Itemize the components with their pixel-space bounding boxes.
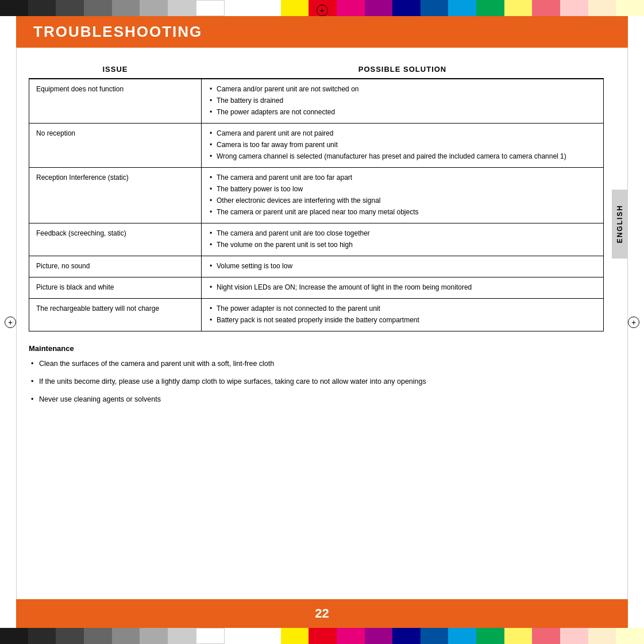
solution-item: Camera and parent unit are not paired xyxy=(209,128,596,138)
solution-cell: The camera and parent unit are too far a… xyxy=(202,168,604,223)
solution-item: Volume setting is too low xyxy=(209,261,596,271)
page-number: 22 xyxy=(315,606,329,621)
solution-item: Camera and/or parent unit are not switch… xyxy=(209,84,596,94)
solution-item: The battery power is too low xyxy=(209,184,596,194)
solution-item: Battery pack is not seated properly insi… xyxy=(209,315,596,325)
page-title: TROUBLESHOOTING xyxy=(33,23,202,41)
registration-mark-top xyxy=(317,5,328,16)
bottom-bar: 22 xyxy=(16,599,628,628)
maintenance-item: Never use cleaning agents or solvents xyxy=(29,394,604,405)
solution-item: The camera and parent unit are too far a… xyxy=(209,172,596,183)
registration-mark-left xyxy=(5,317,16,328)
issue-cell: Equipment does not function xyxy=(29,79,202,124)
issue-cell: The rechargeable battery will not charge xyxy=(29,299,202,331)
solution-cell: Night vision LEDs are ON; Increase the a… xyxy=(202,277,604,299)
registration-mark-right xyxy=(628,317,639,328)
bottom-color-bar xyxy=(0,628,644,644)
maintenance-item: Clean the surfaces of the camera and par… xyxy=(29,358,604,369)
solution-cell: Camera and parent unit are not pairedCam… xyxy=(202,124,604,168)
table-row: The rechargeable battery will not charge… xyxy=(29,299,604,331)
table-row: Feedback (screeching, static)The camera … xyxy=(29,223,604,256)
solution-cell: Volume setting is too low xyxy=(202,256,604,277)
issue-cell: Feedback (screeching, static) xyxy=(29,223,202,256)
solution-item: The battery is drained xyxy=(209,95,596,106)
solution-item: The camera and parent unit are too close… xyxy=(209,228,596,238)
issue-cell: Picture, no sound xyxy=(29,256,202,277)
issue-cell: Picture is black and white xyxy=(29,277,202,299)
side-tab-label: ENGLISH xyxy=(616,205,624,243)
solution-item: Camera is too far away from parent unit xyxy=(209,140,596,150)
table-row: Reception Interference (static)The camer… xyxy=(29,168,604,223)
main-content: ISSUE POSSIBLE SOLUTION Equipment does n… xyxy=(29,52,604,598)
maintenance-item: If the units become dirty, please use a … xyxy=(29,376,604,387)
table-row: Equipment does not functionCamera and/or… xyxy=(29,79,604,124)
solution-item: The volume on the parent unit is set too… xyxy=(209,240,596,250)
table-row: Picture is black and whiteNight vision L… xyxy=(29,277,604,299)
header-bar: TROUBLESHOOTING xyxy=(16,16,628,48)
solution-item: Wrong camera channel is selected (manufa… xyxy=(209,151,596,161)
issue-cell: No reception xyxy=(29,124,202,168)
maintenance-section: Maintenance Clean the surfaces of the ca… xyxy=(29,344,604,404)
solution-item: Other electronic devices are interfering… xyxy=(209,195,596,206)
table-row: No receptionCamera and parent unit are n… xyxy=(29,124,604,168)
solution-item: The camera or parent unit are placed nea… xyxy=(209,207,596,217)
solution-item: Night vision LEDs are ON; Increase the a… xyxy=(209,282,596,292)
solution-item: The power adapters are not connected xyxy=(209,107,596,117)
maintenance-list: Clean the surfaces of the camera and par… xyxy=(29,358,604,404)
english-side-tab: ENGLISH xyxy=(612,190,628,259)
column-header-issue: ISSUE xyxy=(29,60,202,79)
troubleshooting-table: ISSUE POSSIBLE SOLUTION Equipment does n… xyxy=(29,60,604,331)
table-row: Picture, no soundVolume setting is too l… xyxy=(29,256,604,277)
solution-cell: The camera and parent unit are too close… xyxy=(202,223,604,256)
column-header-solution: POSSIBLE SOLUTION xyxy=(202,60,604,79)
solution-item: The power adapter is not connected to th… xyxy=(209,303,596,314)
solution-cell: The power adapter is not connected to th… xyxy=(202,299,604,331)
solution-cell: Camera and/or parent unit are not switch… xyxy=(202,79,604,124)
maintenance-title: Maintenance xyxy=(29,344,604,353)
issue-cell: Reception Interference (static) xyxy=(29,168,202,223)
